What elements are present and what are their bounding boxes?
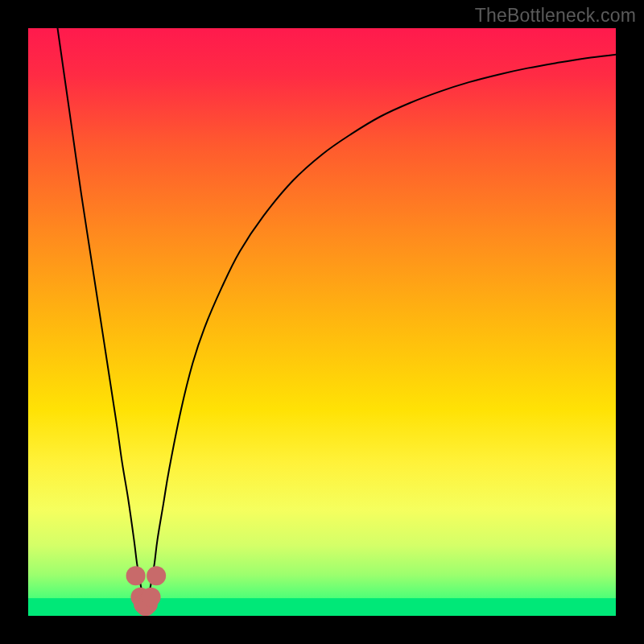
watermark-text: TheBottleneck.com bbox=[475, 5, 636, 27]
gradient-background bbox=[28, 28, 616, 616]
plot-area bbox=[28, 28, 616, 616]
highlight-marker bbox=[147, 566, 166, 585]
chart-frame: TheBottleneck.com bbox=[0, 0, 644, 644]
highlight-marker bbox=[126, 566, 146, 585]
highlight-marker bbox=[142, 588, 161, 607]
chart-svg bbox=[28, 28, 616, 616]
bottom-green-band bbox=[28, 598, 616, 616]
